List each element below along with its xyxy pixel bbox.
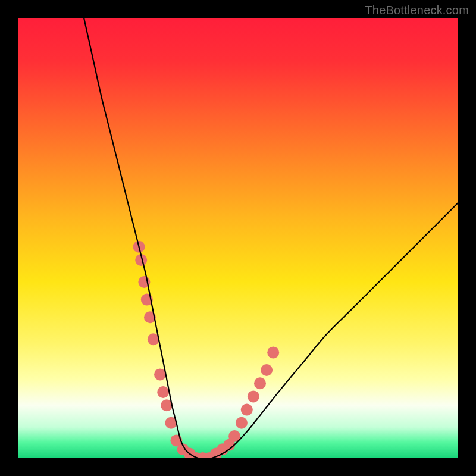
- marker-point: [236, 417, 248, 429]
- marker-point: [248, 390, 259, 402]
- marker-point: [154, 368, 166, 380]
- marker-point: [254, 377, 266, 389]
- plot-area: [18, 18, 458, 458]
- chart-svg: [18, 18, 458, 458]
- marker-point: [241, 404, 253, 416]
- marker-point: [261, 364, 273, 376]
- marker-point: [157, 386, 169, 398]
- outer-frame: TheBottleneck.com: [0, 0, 476, 476]
- bottleneck-curve: [84, 18, 458, 458]
- marker-point: [267, 346, 279, 358]
- markers-group: [133, 241, 280, 458]
- watermark-text: TheBottleneck.com: [365, 4, 469, 17]
